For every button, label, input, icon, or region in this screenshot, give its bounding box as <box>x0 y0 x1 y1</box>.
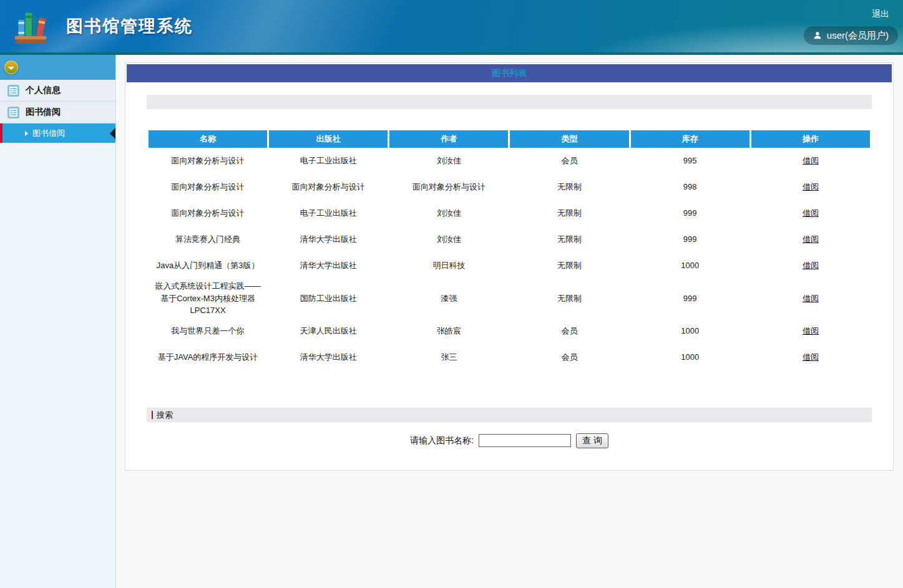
table-cell: 无限制 <box>510 226 628 253</box>
table-header-cell: 操作 <box>751 130 870 148</box>
table-cell: 会员 <box>510 344 628 370</box>
table-row: 算法竞赛入门经典清华大学出版社刘汝佳无限制999借阅 <box>149 226 870 253</box>
table-row: 嵌入式系统设计工程实践——基于Cortex-M3内核处理器LPC17XX国防工业… <box>149 279 870 318</box>
table-row: Java从入门到精通（第3版）清华大学出版社明日科技无限制1000借阅 <box>149 253 870 279</box>
app-header: 图书馆管理系统 退出 user(会员用户) <box>0 0 903 55</box>
table-cell: 明日科技 <box>389 253 508 279</box>
table-cell: 面向对象分析与设计 <box>149 148 267 174</box>
table-row: 面向对象分析与设计电子工业出版社刘汝佳会员995借阅 <box>149 148 870 174</box>
table-cell: 我与世界只差一个你 <box>149 318 267 344</box>
borrow-link[interactable]: 借阅 <box>803 294 819 303</box>
table-header-cell: 库存 <box>631 130 749 148</box>
sidebar-menu: 个人信息 图书借阅 图书借阅 <box>0 80 115 143</box>
table-cell: 电子工业出版社 <box>269 148 388 174</box>
table-cell: 电子工业出版社 <box>269 200 388 226</box>
sidebar-subitem-book-borrow[interactable]: 图书借阅 <box>0 123 115 143</box>
table-cell: 借阅 <box>751 148 870 174</box>
table-cell: 基于JAVA的程序开发与设计 <box>149 344 267 370</box>
table-cell: 算法竞赛入门经典 <box>149 226 267 253</box>
table-cell: 天津人民出版社 <box>269 318 388 344</box>
app-title: 图书馆管理系统 <box>66 15 193 37</box>
table-header-row: 名称出版社作者类型库存操作 <box>149 130 870 148</box>
table-row: 基于JAVA的程序开发与设计清华大学出版社张三会员1000借阅 <box>149 344 870 370</box>
user-badge-label: user(会员用户) <box>827 30 889 42</box>
table-cell: 漆强 <box>389 279 508 318</box>
table-row: 我与世界只差一个你天津人民出版社张皓宸会员1000借阅 <box>149 318 870 344</box>
borrow-link[interactable]: 借阅 <box>803 261 819 270</box>
table-cell: 嵌入式系统设计工程实践——基于Cortex-M3内核处理器LPC17XX <box>149 279 267 318</box>
table-cell: Java从入门到精通（第3版） <box>149 253 267 279</box>
table-cell: 面向对象分析与设计 <box>149 174 267 200</box>
table-cell: 借阅 <box>751 253 870 279</box>
table-cell: 借阅 <box>751 200 870 226</box>
book-name-input[interactable] <box>479 434 571 447</box>
book-list-panel: 图书列表 名称出版社作者类型库存操作 面向对象分析与设计电子工业出版社刘汝佳会员… <box>125 62 894 471</box>
sidebar: 个人信息 图书借阅 图书借阅 <box>0 55 116 588</box>
table-header-cell: 名称 <box>149 130 267 148</box>
books-table: 名称出版社作者类型库存操作 面向对象分析与设计电子工业出版社刘汝佳会员995借阅… <box>147 130 872 370</box>
table-row: 面向对象分析与设计面向对象分析与设计面向对象分析与设计无限制998借阅 <box>149 174 870 200</box>
borrow-link[interactable]: 借阅 <box>803 208 819 218</box>
panel-title: 图书列表 <box>492 68 527 79</box>
toolbar-strip <box>147 95 872 109</box>
table-cell: 998 <box>631 174 749 200</box>
logout-link[interactable]: 退出 <box>872 9 889 20</box>
table-cell: 张三 <box>389 344 508 370</box>
sidebar-item-book-borrow[interactable]: 图书借阅 <box>0 102 115 123</box>
table-cell: 借阅 <box>751 279 870 318</box>
table-cell: 1000 <box>631 253 749 279</box>
search-button[interactable]: 查 询 <box>576 433 608 448</box>
table-cell: 张皓宸 <box>389 318 508 344</box>
table-cell: 面向对象分析与设计 <box>389 174 508 200</box>
table-cell: 无限制 <box>510 174 628 200</box>
table-cell: 会员 <box>510 318 628 344</box>
table-cell: 国防工业出版社 <box>269 279 388 318</box>
table-cell: 会员 <box>510 148 628 174</box>
table-cell: 清华大学出版社 <box>269 344 388 370</box>
table-cell: 借阅 <box>751 174 870 200</box>
sidebar-subitem-label: 图书借阅 <box>32 128 65 139</box>
table-cell: 1000 <box>631 318 749 344</box>
search-section-label: 搜索 <box>152 411 173 419</box>
search-form: 请输入图书名称: 查 询 <box>127 433 892 448</box>
bookshelf-icon <box>14 7 49 45</box>
table-header-cell: 作者 <box>389 130 508 148</box>
table-cell: 面向对象分析与设计 <box>269 174 388 200</box>
table-header-cell: 类型 <box>510 130 628 148</box>
borrow-link[interactable]: 借阅 <box>803 352 819 362</box>
table-cell: 999 <box>631 200 749 226</box>
table-cell: 刘汝佳 <box>389 226 508 253</box>
layout: 个人信息 图书借阅 图书借阅 <box>0 55 903 588</box>
table-cell: 无限制 <box>510 279 628 318</box>
borrow-link[interactable]: 借阅 <box>803 326 819 335</box>
search-label: 请输入图书名称: <box>410 435 474 446</box>
table-cell: 借阅 <box>751 318 870 344</box>
user-badge[interactable]: user(会员用户) <box>804 26 898 45</box>
table-cell: 借阅 <box>751 344 870 370</box>
panel-title-bar: 图书列表 <box>127 64 892 82</box>
table-cell: 刘汝佳 <box>389 148 508 174</box>
table-cell: 清华大学出版社 <box>269 253 388 279</box>
table-cell: 999 <box>631 279 749 318</box>
arrow-left-icon <box>110 128 115 139</box>
sidebar-toggle-button[interactable] <box>4 60 18 74</box>
sidebar-item-personal-info[interactable]: 个人信息 <box>0 80 115 102</box>
table-cell: 借阅 <box>751 226 870 253</box>
caret-right-icon <box>25 131 28 136</box>
sidebar-item-label: 图书借阅 <box>26 107 61 118</box>
table-row: 面向对象分析与设计电子工业出版社刘汝佳无限制999借阅 <box>149 200 870 226</box>
table-cell: 995 <box>631 148 749 174</box>
sidebar-top-bar <box>0 55 115 80</box>
list-icon <box>7 85 19 97</box>
table-cell: 刘汝佳 <box>389 200 508 226</box>
user-icon <box>813 31 822 40</box>
list-icon <box>7 107 19 118</box>
table-cell: 面向对象分析与设计 <box>149 200 267 226</box>
search-section-header: 搜索 <box>147 408 872 422</box>
chevron-down-icon <box>8 67 14 70</box>
borrow-link[interactable]: 借阅 <box>803 156 819 165</box>
table-cell: 清华大学出版社 <box>269 226 388 253</box>
borrow-link[interactable]: 借阅 <box>803 234 819 244</box>
table-cell: 1000 <box>631 344 749 370</box>
borrow-link[interactable]: 借阅 <box>803 182 819 191</box>
